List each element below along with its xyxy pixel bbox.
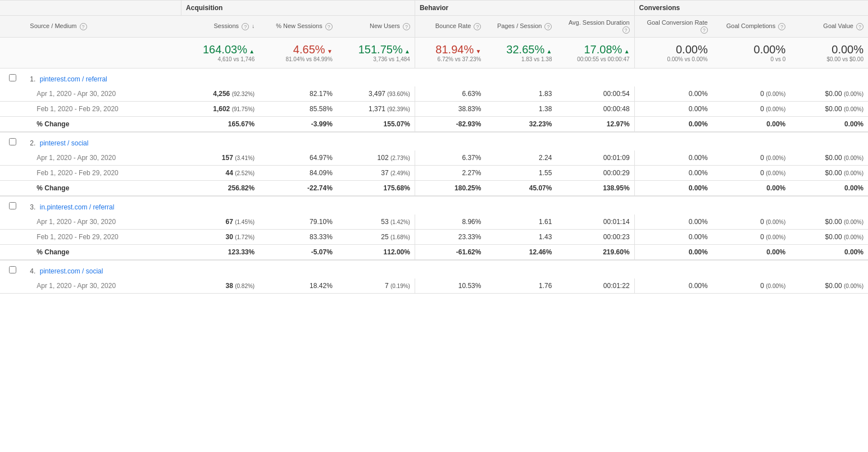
apr-label-3: Apr 1, 2020 - Apr 30, 2020 — [25, 214, 181, 230]
change-label-1: % Change — [25, 116, 181, 132]
checkbox-3[interactable] — [9, 202, 16, 209]
bounce-help-icon[interactable]: ? — [474, 23, 481, 30]
change-comp-1: 0.00% — [712, 116, 790, 132]
summary-avg-arrow: ▲ — [624, 48, 630, 54]
feb-pages-1: 1.38 — [485, 101, 556, 116]
apr-pages-3: 1.61 — [485, 214, 556, 230]
change-comp-2: 0.00% — [712, 180, 790, 196]
feb-pages-2: 1.55 — [485, 165, 556, 180]
select-all-checkbox-header — [0, 16, 25, 38]
feb-value-1: $0.00 (0.00%) — [790, 101, 868, 116]
new-users-help-icon[interactable]: ? — [403, 23, 410, 30]
feb-comp-1: 0 (0.00%) — [712, 101, 790, 116]
goal-value-header[interactable]: Goal Value ? — [790, 16, 868, 38]
feb-checkbox-3 — [0, 229, 25, 244]
pct-new-help-icon[interactable]: ? — [325, 23, 333, 30]
pages-session-header[interactable]: Pages / Session ? — [485, 16, 556, 38]
feb-checkbox-2 — [0, 165, 25, 180]
change-comp-3: 0.00% — [712, 244, 790, 260]
source-link-2[interactable]: pinterest / social — [40, 139, 89, 147]
source-help-icon[interactable]: ? — [80, 23, 87, 30]
goal-cr-help-icon[interactable]: ? — [701, 26, 708, 34]
summary-checkbox-cell — [0, 37, 25, 68]
apr-new-users-4: 7 (0.19%) — [337, 278, 415, 294]
row-checkbox-3[interactable] — [0, 196, 25, 214]
avg-session-help-icon[interactable]: ? — [622, 26, 630, 34]
feb-avg-2: 00:00:29 — [556, 165, 634, 180]
source-header-empty — [25, 1, 181, 16]
apr-comp-1: 0 (0.00%) — [712, 86, 790, 102]
summary-goal-val-cell: 0.00% $0.00 vs $0.00 — [790, 37, 868, 68]
behavior-group-header: Behavior — [415, 1, 634, 16]
change-avg-1: 12.97% — [556, 116, 634, 132]
summary-avg-sub: 00:00:55 vs 00:00:47 — [561, 56, 629, 62]
goal-completions-header[interactable]: Goal Completions ? — [712, 16, 790, 38]
summary-new-users-cell: 151.75% ▲ 3,736 vs 1,484 — [337, 37, 415, 68]
summary-pct-new-pct: 4.65% — [293, 43, 325, 56]
apr-bounce-2: 6.37% — [415, 150, 485, 166]
row-checkbox-1[interactable] — [0, 68, 25, 86]
apr-bounce-1: 6.63% — [415, 86, 485, 102]
change-sessions-2: 256.82% — [181, 180, 260, 196]
checkbox-4[interactable] — [9, 266, 16, 273]
apr-value-4: $0.00 (0.00%) — [790, 278, 868, 294]
source-medium-header: Source / Medium ? — [25, 16, 181, 38]
change-pages-3: 12.46% — [485, 244, 556, 260]
pages-help-icon[interactable]: ? — [544, 23, 552, 30]
avg-session-header[interactable]: Avg. Session Duration ? — [556, 16, 634, 38]
summary-goal-cr-cell: 0.00% 0.00% vs 0.00% — [634, 37, 712, 68]
source-label-4: 4. pinterest.com / social — [25, 260, 181, 278]
change-gcr-3: 0.00% — [634, 244, 712, 260]
source-link-3[interactable]: in.pinterest.com / referral — [40, 203, 115, 211]
change-avg-2: 138.95% — [556, 180, 634, 196]
row-index-3: 3. — [30, 203, 35, 211]
change-bounce-1: -82.93% — [415, 116, 485, 132]
source-row-1: 1. pinterest.com / referral — [0, 68, 868, 86]
source-empty-1 — [181, 68, 868, 86]
apr-row-2: Apr 1, 2020 - Apr 30, 2020 157 (3.41%) 6… — [0, 150, 868, 166]
apr-pct-new-1: 82.17% — [259, 86, 337, 102]
source-label-2: 2. pinterest / social — [25, 132, 181, 150]
goal-value-help-icon[interactable]: ? — [856, 23, 864, 30]
apr-value-2: $0.00 (0.00%) — [790, 150, 868, 166]
apr-bounce-4: 10.53% — [415, 278, 485, 294]
feb-sessions-1: 1,602 (91.75%) — [181, 101, 260, 116]
summary-new-users-sub: 3,736 vs 1,484 — [342, 56, 410, 62]
summary-goal-cr-pct: 0.00% — [676, 43, 708, 56]
feb-value-3: $0.00 (0.00%) — [790, 229, 868, 244]
feb-checkbox-1 — [0, 101, 25, 116]
sessions-header[interactable]: Sessions ? ↓ — [181, 16, 260, 38]
feb-bounce-2: 2.27% — [415, 165, 485, 180]
checkbox-2[interactable] — [9, 138, 16, 145]
source-link-4[interactable]: pinterest.com / social — [40, 267, 103, 275]
source-row-3: 3. in.pinterest.com / referral — [0, 196, 868, 214]
feb-new-users-3: 25 (1.68%) — [337, 229, 415, 244]
goal-cr-header[interactable]: Goal Conversion Rate ? — [634, 16, 712, 38]
new-users-header[interactable]: New Users ? — [337, 16, 415, 38]
change-label-3: % Change — [25, 244, 181, 260]
feb-bounce-1: 38.83% — [415, 101, 485, 116]
source-row-2: 2. pinterest / social — [0, 132, 868, 150]
checkbox-header — [0, 1, 25, 16]
bounce-rate-header[interactable]: Bounce Rate ? — [415, 16, 485, 38]
row-checkbox-2[interactable] — [0, 132, 25, 150]
change-value-1: 0.00% — [790, 116, 868, 132]
sessions-sort-icon: ↓ — [252, 23, 255, 29]
feb-pages-3: 1.43 — [485, 229, 556, 244]
checkbox-1[interactable] — [9, 74, 16, 81]
change-row-1: % Change 165.67% -3.99% 155.07% -82.93% … — [0, 116, 868, 132]
source-label-3: 3. in.pinterest.com / referral — [25, 196, 181, 214]
change-new-users-1: 155.07% — [337, 116, 415, 132]
feb-row-3: Feb 1, 2020 - Feb 29, 2020 30 (1.72%) 83… — [0, 229, 868, 244]
summary-pages-cell: 32.65% ▲ 1.83 vs 1.38 — [485, 37, 556, 68]
feb-pct-new-2: 84.09% — [259, 165, 337, 180]
source-link-1[interactable]: pinterest.com / referral — [40, 75, 107, 83]
sessions-help-icon[interactable]: ? — [242, 23, 249, 30]
apr-pct-new-3: 79.10% — [259, 214, 337, 230]
feb-avg-1: 00:00:48 — [556, 101, 634, 116]
pct-new-sessions-header[interactable]: % New Sessions ? — [259, 16, 337, 38]
row-checkbox-4[interactable] — [0, 260, 25, 278]
change-checkbox-2 — [0, 180, 25, 196]
goal-completions-help-icon[interactable]: ? — [778, 23, 785, 30]
summary-goal-comp-cell: 0.00% 0 vs 0 — [712, 37, 790, 68]
